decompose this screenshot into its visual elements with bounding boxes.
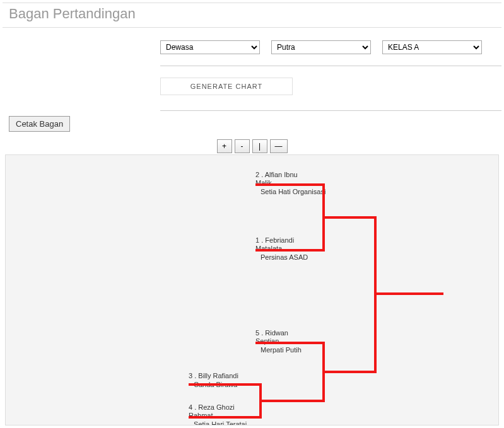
horizontal-layout-button[interactable]: — xyxy=(270,139,288,153)
controls-area: Dewasa Putra KELAS A GENERATE CHART xyxy=(160,28,501,110)
print-row: Cetak Bagan xyxy=(3,111,501,137)
zoom-out-button[interactable]: - xyxy=(235,139,250,153)
bracket-line xyxy=(259,400,325,402)
bracket-line xyxy=(189,383,262,386)
bracket-canvas[interactable]: 2 . Alfian Ibnu Malik Setia Hati Organis… xyxy=(5,154,499,425)
generate-chart-button[interactable]: GENERATE CHART xyxy=(160,78,293,95)
bracket-entry: 3 . Billy Rafiandi Canda Birawa xyxy=(189,371,238,389)
zoom-in-button[interactable]: + xyxy=(217,139,232,153)
vertical-layout-button[interactable]: | xyxy=(252,139,267,153)
generate-row: GENERATE CHART xyxy=(160,78,501,95)
page-title: Bagan Pertandingan xyxy=(3,3,501,28)
select-row: Dewasa Putra KELAS A xyxy=(160,40,501,54)
print-bracket-button[interactable]: Cetak Bagan xyxy=(9,116,70,132)
bracket-line xyxy=(374,292,443,295)
age-group-select[interactable]: Dewasa xyxy=(160,40,260,54)
gender-select[interactable]: Putra xyxy=(271,40,371,54)
bracket-line xyxy=(255,342,325,344)
bracket-line xyxy=(322,216,377,219)
class-select[interactable]: KELAS A xyxy=(382,40,482,54)
bracket-line xyxy=(255,249,325,252)
bracket-line xyxy=(255,183,325,186)
bracket-line xyxy=(322,371,377,373)
zoom-bar: + - | — xyxy=(3,139,501,153)
bracket-line xyxy=(189,416,262,419)
bracket-entry: 4 . Reza Ghozi Rahmat Setia Hari Teratai xyxy=(189,403,247,425)
